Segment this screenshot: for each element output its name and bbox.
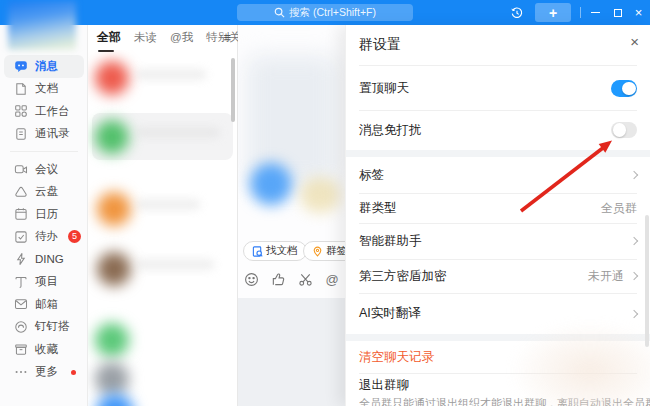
- blurred-text: [136, 260, 214, 269]
- calendar-icon: [14, 207, 28, 221]
- tab-all[interactable]: 全部: [97, 29, 121, 46]
- minimize-icon: [591, 12, 600, 14]
- sidebar-item-label: 收藏: [35, 342, 58, 357]
- tags-row[interactable]: 标签: [359, 157, 637, 193]
- tags-label: 标签: [359, 167, 384, 184]
- encryption-value: 未开通: [588, 268, 624, 285]
- project-icon: [14, 275, 28, 289]
- sidebar-item-calendar[interactable]: 日历: [4, 203, 84, 226]
- toggle-knob: [622, 82, 636, 96]
- chat-column: 找文档 群签到 @: [238, 25, 348, 406]
- emoji-icon[interactable]: [243, 271, 259, 287]
- chevron-right-icon: [630, 272, 638, 280]
- mute-label: 消息免打扰: [359, 122, 422, 139]
- sidebar-item-label: 邮箱: [35, 297, 58, 312]
- history-icon[interactable]: [506, 3, 528, 22]
- clear-history-label: 清空聊天记录: [359, 349, 434, 366]
- conversation-list-scrollbar[interactable]: [231, 58, 235, 122]
- conversation-tabs: 全部 未读 @我 特别关注: [88, 25, 238, 50]
- todo-badge: 5: [68, 230, 81, 243]
- more-notification-dot: [71, 370, 76, 375]
- sidebar-item-label: 钉钉搭: [35, 319, 70, 334]
- blurred-conversation-list: [88, 50, 237, 406]
- conversation-list-column: 全部 未读 @我 特别关注 ≡: [88, 25, 238, 406]
- sidebar-item-mail[interactable]: 邮箱: [4, 293, 84, 316]
- mail-icon: [14, 297, 28, 311]
- sidebar-item-contacts[interactable]: 通讯录: [4, 123, 84, 146]
- chevron-right-icon: [630, 309, 638, 317]
- chevron-right-icon: [630, 171, 638, 179]
- toggle-knob: [613, 123, 627, 137]
- sidebar-item-workbench[interactable]: 工作台: [4, 100, 84, 123]
- panel-close-icon[interactable]: ×: [630, 33, 639, 50]
- blurred-avatar: [95, 120, 129, 154]
- ellipsis-icon: [14, 365, 28, 379]
- sidebar-item-messages[interactable]: 消息: [4, 55, 84, 78]
- scissors-icon[interactable]: [297, 271, 313, 287]
- group-checkin-button[interactable]: 群签到: [303, 241, 348, 261]
- blurred-text: [136, 70, 206, 79]
- blurred-org-logo[interactable]: [8, 1, 76, 50]
- minimize-button[interactable]: [587, 3, 604, 22]
- blurred-avatar: [97, 252, 131, 286]
- group-type-value: 全员群: [601, 200, 637, 217]
- sidebar-item-todo[interactable]: 待办 5: [4, 226, 84, 249]
- sidebar-item-meeting[interactable]: 会议: [4, 158, 84, 181]
- sidebar-item-label: 待办: [35, 229, 58, 244]
- close-icon: ×: [635, 5, 643, 20]
- sidebar-item-label: 项目: [35, 274, 58, 289]
- maximize-button[interactable]: [609, 3, 626, 22]
- sidebar-item-cloud-drive[interactable]: 云盘: [4, 181, 84, 204]
- tab-mentions[interactable]: @我: [170, 30, 193, 45]
- group-settings-panel: 群设置 × 置顶聊天 消息免打扰 标签 群类型 全员群 智能群助手 第三方密盾加…: [345, 25, 650, 406]
- chevron-right-icon: [630, 237, 638, 245]
- sidebar-item-label: 会议: [35, 162, 58, 177]
- document-icon: [14, 82, 28, 96]
- thumbs-up-icon[interactable]: [270, 271, 286, 287]
- sidebar-item-label: DING: [35, 253, 64, 265]
- blurred-avatar: [97, 192, 131, 226]
- blurred-text: [136, 200, 200, 209]
- titlebar-separator: [580, 7, 581, 18]
- search-placeholder: 搜索 (Ctrl+Shift+F): [289, 6, 376, 20]
- tab-unread[interactable]: 未读: [134, 30, 157, 45]
- third-party-encryption-row[interactable]: 第三方密盾加密 未开通: [359, 259, 637, 293]
- smart-assistant-row[interactable]: 智能群助手: [359, 223, 637, 259]
- sidebar-item-label: 工作台: [35, 104, 70, 119]
- add-button[interactable]: +: [535, 3, 571, 22]
- sidebar-item-ding[interactable]: DING: [4, 248, 84, 271]
- grid-icon: [14, 104, 28, 118]
- mute-toggle[interactable]: [611, 122, 637, 139]
- sidebar-item-docs[interactable]: 文档: [4, 78, 84, 101]
- title-bar: 搜索 (Ctrl+Shift+F) + ×: [0, 0, 650, 25]
- smart-assistant-label: 智能群助手: [359, 233, 422, 250]
- blurred-avatar: [95, 362, 129, 396]
- quit-group-label: 退出群聊: [359, 377, 409, 394]
- ai-translate-label: AI实时翻译: [359, 305, 421, 322]
- pin-chat-toggle[interactable]: [611, 80, 637, 97]
- search-input[interactable]: 搜索 (Ctrl+Shift+F): [237, 4, 413, 21]
- panel-scrollbar[interactable]: [645, 215, 650, 347]
- mention-icon[interactable]: @: [324, 271, 340, 287]
- mute-row: 消息免打扰: [359, 110, 637, 150]
- pin-chat-row: 置顶聊天: [359, 67, 637, 110]
- sidebar-item-label: 通讯录: [35, 126, 70, 141]
- favorites-box-icon: [14, 342, 28, 356]
- group-type-row: 群类型 全员群: [359, 193, 637, 223]
- sidebar-item-dingtalk-build[interactable]: 钉钉搭: [4, 316, 84, 339]
- plus-icon: +: [549, 5, 557, 21]
- sidebar-item-label: 云盘: [35, 184, 58, 199]
- list-menu-icon[interactable]: ≡: [223, 30, 231, 45]
- sidebar-item-more[interactable]: 更多: [4, 361, 84, 384]
- search-icon: [274, 7, 285, 18]
- message-input-area[interactable]: [238, 298, 348, 406]
- section-gap: [346, 150, 650, 157]
- find-docs-label: 找文档: [266, 244, 298, 258]
- sidebar-item-projects[interactable]: 项目: [4, 271, 84, 294]
- sidebar-item-favorites[interactable]: 收藏: [4, 338, 84, 361]
- group-type-label: 群类型: [359, 200, 397, 217]
- blurred-avatar: [96, 394, 134, 406]
- find-docs-button[interactable]: 找文档: [243, 241, 307, 261]
- chat-bubble-icon: [14, 59, 28, 73]
- close-window-button[interactable]: ×: [630, 3, 647, 22]
